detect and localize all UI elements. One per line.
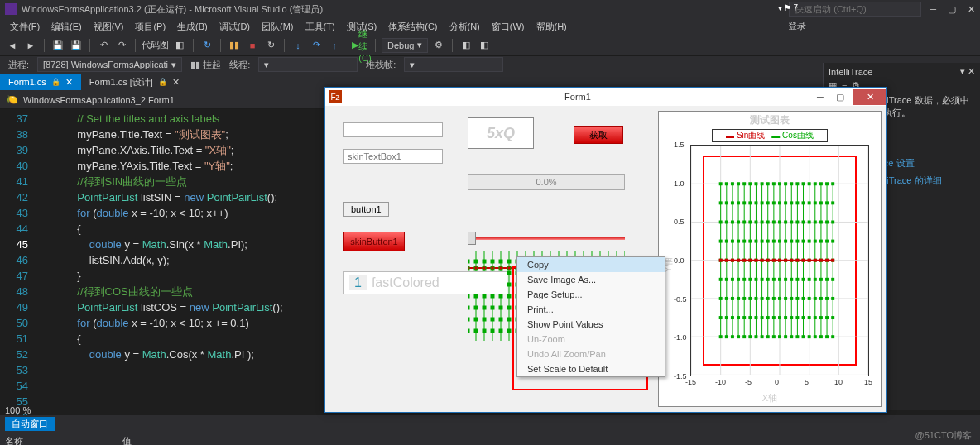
tab-close-icon[interactable]: ✕ (172, 77, 180, 88)
menu-文件(F)[interactable]: 文件(F) (5, 19, 45, 35)
svg-rect-363 (814, 201, 817, 204)
tab-Form1.cs [设计][interactable]: Form1.cs [设计] 🔒 ✕ (81, 74, 188, 91)
textbox-top[interactable] (343, 122, 443, 137)
svg-rect-318 (790, 297, 793, 300)
svg-rect-404 (766, 259, 770, 262)
ctx-print-[interactable]: Print... (517, 302, 665, 317)
col-name: 名称 (5, 435, 23, 445)
tab-close-icon[interactable]: ✕ (65, 77, 73, 88)
save-all-icon[interactable]: 💾 (69, 38, 84, 53)
svg-rect-18 (474, 266, 478, 270)
step-into-icon[interactable]: ↓ (291, 38, 305, 53)
svg-rect-236 (742, 335, 746, 338)
menu-帮助(H)[interactable]: 帮助(H) (531, 19, 572, 35)
ctx-save-image-as-[interactable]: Save Image As... (517, 272, 665, 287)
minimize-icon[interactable]: ─ (930, 4, 936, 15)
svg-rect-336 (802, 335, 805, 338)
svg-rect-261 (754, 240, 757, 243)
platform-icon[interactable]: ⚙ (431, 38, 446, 53)
form1-close-icon[interactable]: ✕ (853, 89, 886, 105)
browser-link-icon[interactable]: ↻ (199, 38, 214, 53)
close-icon[interactable]: ✕ (968, 4, 975, 15)
ctx-page-setup-[interactable]: Page Setup... (517, 287, 665, 302)
step-out-icon[interactable]: ↑ (327, 38, 342, 53)
svg-rect-403 (761, 259, 764, 262)
svg-rect-358 (814, 297, 817, 300)
redo-icon[interactable]: ↷ (114, 38, 129, 53)
skin-button[interactable]: skinButton1 (343, 232, 405, 251)
nav-forward-icon[interactable]: ► (23, 38, 38, 53)
svg-rect-262 (754, 220, 757, 223)
menu-体系结构(C)[interactable]: 体系结构(C) (383, 19, 442, 35)
svg-rect-356 (814, 335, 817, 338)
svg-rect-264 (754, 182, 757, 185)
ctx-show-point-values[interactable]: Show Point Values (517, 317, 665, 332)
menu-生成(B)[interactable]: 生成(B) (172, 19, 213, 35)
svg-rect-224 (731, 182, 734, 185)
notification-badge[interactable]: ▾ ⚑ 7 (778, 3, 798, 12)
menu-项目(P)[interactable]: 项目(P) (130, 19, 171, 35)
restart-icon[interactable]: ↻ (263, 38, 278, 53)
zoom-level[interactable]: 100 % (5, 405, 31, 415)
svg-rect-258 (754, 297, 757, 300)
pause-icon[interactable]: ▮▮ (227, 38, 242, 53)
svg-rect-324 (790, 182, 793, 185)
svg-rect-391 (831, 240, 834, 243)
slider[interactable] (468, 232, 625, 245)
svg-rect-256 (754, 335, 757, 338)
get-button[interactable]: 获取 (574, 126, 623, 144)
ctx-undo-all-zoom-pan: Undo All Zoom/Pan (517, 347, 665, 361)
ctx-set-scale-to-default[interactable]: Set Scale to Default (517, 361, 665, 376)
form1-min-icon[interactable]: ─ (810, 89, 830, 105)
stop-icon[interactable]: ■ (245, 38, 260, 53)
svg-rect-221 (731, 240, 734, 243)
step-over-icon[interactable]: ↷ (309, 38, 324, 53)
svg-rect-387 (831, 316, 834, 319)
tab-Form1.cs[interactable]: Form1.cs 🔒 ✕ (0, 74, 81, 90)
save-icon[interactable]: 💾 (50, 38, 65, 53)
svg-rect-362 (814, 220, 817, 223)
form1-max-icon[interactable]: ▢ (830, 89, 850, 105)
nav-back-icon[interactable]: ◄ (5, 38, 20, 53)
svg-rect-2 (468, 260, 469, 263)
svg-rect-242 (742, 220, 746, 223)
svg-rect-44 (499, 329, 502, 333)
thread-combo[interactable]: ▾ (258, 57, 358, 72)
svg-rect-366 (819, 335, 823, 338)
fast-textbox[interactable]: 1fastColored (343, 271, 507, 294)
svg-rect-411 (808, 259, 811, 262)
svg-rect-50 (507, 294, 511, 298)
config-combo[interactable]: Debug ▾ (382, 38, 428, 53)
svg-rect-9 (468, 266, 469, 270)
maximize-icon[interactable]: ▢ (948, 4, 956, 15)
undo-icon[interactable]: ↶ (96, 38, 111, 53)
menu-团队(M)[interactable]: 团队(M) (257, 19, 299, 35)
menu-分析(N)[interactable]: 分析(N) (444, 19, 485, 35)
menu-编辑(E)[interactable]: 编辑(E) (46, 19, 87, 35)
codemap-icon[interactable]: ◧ (172, 38, 187, 53)
svg-rect-41 (499, 294, 502, 298)
chart-plot-area[interactable] (690, 145, 869, 376)
zedgraph-chart[interactable]: 测试图表 ▬ Sin曲线 ▬ Cos曲线 Y轴 -1.5-1.0-0.50.00… (658, 111, 882, 407)
menu-工具(T)[interactable]: 工具(T) (300, 19, 340, 35)
window-title: WindowsFormsApplication3.2 (正在运行) - Micr… (22, 3, 789, 16)
skin-textbox[interactable] (343, 149, 443, 164)
button1[interactable]: button1 (343, 202, 389, 217)
stack-combo[interactable]: ▾ (404, 57, 503, 72)
autos-tab[interactable]: 自动窗口 (5, 417, 55, 431)
signin-link[interactable]: 登录 (788, 20, 806, 32)
svg-rect-376 (825, 335, 829, 338)
ext2-icon[interactable]: ◧ (477, 38, 492, 53)
menu-调试(D)[interactable]: 调试(D) (214, 19, 255, 35)
menu-视图(V)[interactable]: 视图(V) (89, 19, 129, 35)
quick-launch-input[interactable] (789, 2, 921, 17)
ext1-icon[interactable]: ◧ (459, 38, 473, 53)
suspend-button[interactable]: ▮▮ 挂起 (190, 59, 221, 71)
menu-窗口(W)[interactable]: 窗口(W) (487, 19, 530, 35)
svg-rect-289 (772, 278, 776, 281)
svg-rect-319 (790, 278, 793, 281)
continue-button[interactable]: ▶ 继续(C) (354, 38, 369, 53)
svg-rect-45 (499, 266, 502, 270)
process-combo[interactable]: [8728] WindowsFormsApplicati ▾ (37, 57, 182, 72)
ctx-copy[interactable]: Copy (517, 257, 665, 272)
